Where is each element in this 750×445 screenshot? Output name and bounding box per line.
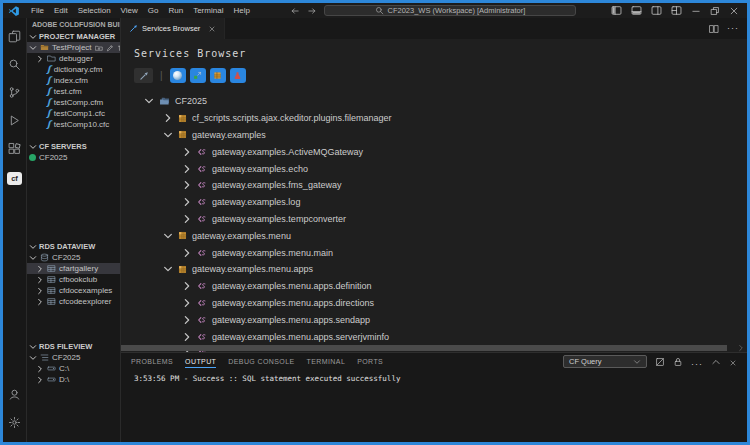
tree-item-gateway-examples-menu-apps-definition[interactable]: gateway.examples.menu.apps.definition [134,278,747,295]
chevron-down-icon[interactable] [163,264,173,274]
menu-go[interactable]: Go [143,6,164,15]
nav-back-icon[interactable] [290,6,300,16]
tree-item-gateway-examples-menu-apps-sendapp[interactable]: gateway.examples.menu.apps.sendapp [134,311,747,328]
scroll-right-icon[interactable] [737,344,745,352]
tree-item-gateway-examples-echo[interactable]: gateway.examples.echo [134,160,747,177]
sidebar-item-test-cfm[interactable]: ʃtest.cfm [27,86,120,97]
more-actions-icon[interactable]: ··· [691,353,703,371]
editor-more-actions-icon[interactable]: ··· [727,24,739,33]
tree-item-gateway-examples-menu[interactable]: gateway.examples.menu [134,227,747,244]
close-icon[interactable] [729,6,739,16]
chevron-down-icon[interactable] [29,254,37,262]
section-header-cf-servers[interactable]: CF SERVERS [27,141,120,152]
minimize-icon[interactable] [691,6,701,16]
menu-edit[interactable]: Edit [49,6,73,15]
chevron-down-icon[interactable] [29,354,37,362]
layout-sidebar-right-icon[interactable] [651,5,662,16]
sidebar-item-cf2025[interactable]: CF2025 [27,252,120,263]
menu-help[interactable]: Help [228,6,254,15]
maximize-panel-icon[interactable] [711,353,721,371]
panel-tab-problems[interactable]: PROBLEMS [131,355,173,368]
activity-run-and-debug[interactable] [3,108,26,136]
chevron-down-icon[interactable] [163,130,173,140]
edit-button[interactable] [106,44,114,52]
sidebar-item-testcomp-cfm[interactable]: ʃtestComp.cfm [27,97,120,108]
chevron-right-icon[interactable] [36,276,44,284]
menu-file[interactable]: File [26,6,49,15]
activity-search[interactable] [3,52,26,80]
activity-settings[interactable] [3,410,26,438]
menu-selection[interactable]: Selection [73,6,116,15]
sidebar-item-cfcodeexplorer[interactable]: cfcodeexplorer [27,296,120,307]
sidebar-item-cfartgallery[interactable]: cfartgallery [27,263,120,274]
command-center[interactable]: CF2023_WS (Workspace) [Administrator] [324,5,576,16]
tree-item-gateway-examples-fms-gateway[interactable]: gateway.examples.fms_gateway [134,177,747,194]
panel-tab-debug-console[interactable]: DEBUG CONSOLE [228,355,294,368]
tree-item-gateway-examples-menu-main[interactable]: gateway.examples.menu.main [134,244,747,261]
panel-tab-terminal[interactable]: TERMINAL [307,355,346,368]
menu-view[interactable]: View [116,6,143,15]
chevron-down-icon[interactable] [29,343,37,351]
tree-item-gateway-examples-menu-apps[interactable]: gateway.examples.menu.apps [134,261,747,278]
section-header-rds-fileview[interactable]: RDS FILEVIEW [27,341,120,352]
menu-run[interactable]: Run [163,6,188,15]
activity-source-control[interactable] [3,80,26,108]
sidebar-item-cf2025[interactable]: CF2025 [27,152,120,163]
chevron-right-icon[interactable] [182,164,192,174]
customize-layout-icon[interactable] [671,5,682,16]
green-service-button[interactable] [190,68,206,83]
section-header-project-manager[interactable]: PROJECT MANAGER [27,31,120,42]
chevron-right-icon[interactable] [182,332,192,342]
sphere-service-button[interactable] [170,68,186,83]
close-panel-icon[interactable] [729,353,737,371]
chevron-right-icon[interactable] [36,265,44,273]
magic-wand-button[interactable] [134,68,153,83]
tab-services-browser[interactable]: Services Browser [121,18,225,39]
red-service-button[interactable] [230,68,246,83]
activity-explorer[interactable] [3,24,26,52]
trash-button[interactable] [117,44,120,52]
panel-tab-output[interactable]: OUTPUT [185,355,216,368]
chevron-down-icon[interactable] [144,96,154,106]
tree-item-gateway-examples-menu-apps-serverjvminfo[interactable]: gateway.examples.menu.apps.serverjvminfo [134,328,747,345]
sidebar-item-debugger[interactable]: debugger [27,53,120,64]
split-editor-icon[interactable] [709,24,719,34]
sidebar-item-dictionary-cfm[interactable]: ʃdictionary.cfm [27,64,120,75]
tree-item-cf2025[interactable]: CF2025 [134,93,747,110]
sidebar-item-cfdocexamples[interactable]: cfdocexamples [27,285,120,296]
scrollbar-thumb[interactable] [121,345,727,351]
section-header-rds-dataview[interactable]: RDS DATAVIEW [27,241,120,252]
chevron-down-icon[interactable] [29,143,37,151]
chevron-right-icon[interactable] [36,298,44,306]
panel-tab-ports[interactable]: PORTS [357,355,383,368]
chevron-right-icon[interactable] [182,147,192,157]
tree-item-gateway-examples-tempconverter[interactable]: gateway.examples.tempconverter [134,211,747,228]
chevron-right-icon[interactable] [36,287,44,295]
chevron-right-icon[interactable] [182,298,192,308]
chevron-down-icon[interactable] [163,231,173,241]
lock-scrolling-icon[interactable] [673,353,683,371]
orange-service-button[interactable] [210,68,226,83]
layout-panel-icon[interactable] [631,5,642,16]
sidebar-item-cfbookclub[interactable]: cfbookclub [27,274,120,285]
tab-close-icon[interactable] [208,25,216,33]
restore-icon[interactable] [710,6,720,16]
chevron-down-icon[interactable] [29,33,37,41]
chevron-right-icon[interactable] [182,180,192,190]
chevron-right-icon[interactable] [36,365,44,373]
sidebar-item-d[interactable]: D:\ [27,374,120,385]
chevron-right-icon[interactable] [36,376,44,384]
tree-item-gateway-examples-menu-apps-directions[interactable]: gateway.examples.menu.apps.directions [134,295,747,312]
chevron-right-icon[interactable] [36,55,44,63]
chevron-right-icon[interactable] [182,315,192,325]
tree-item-gateway-examples[interactable]: gateway.examples [134,127,747,144]
sidebar-item-testproject[interactable]: TestProject [27,42,120,53]
sidebar-item-c[interactable]: C:\ [27,363,120,374]
activity-accounts[interactable] [3,382,26,410]
chevron-right-icon[interactable] [182,248,192,258]
chevron-right-icon[interactable] [182,214,192,224]
tree-item-cf-scripts-scripts-ajax-ckeditor-plugins-filemanager[interactable]: cf_scripts.scripts.ajax.ckeditor.plugins… [134,110,747,127]
nav-forward-icon[interactable] [307,6,317,16]
sidebar-item-testcomp1-cfc[interactable]: ʃtestComp1.cfc [27,108,120,119]
menu-terminal[interactable]: Terminal [188,6,228,15]
